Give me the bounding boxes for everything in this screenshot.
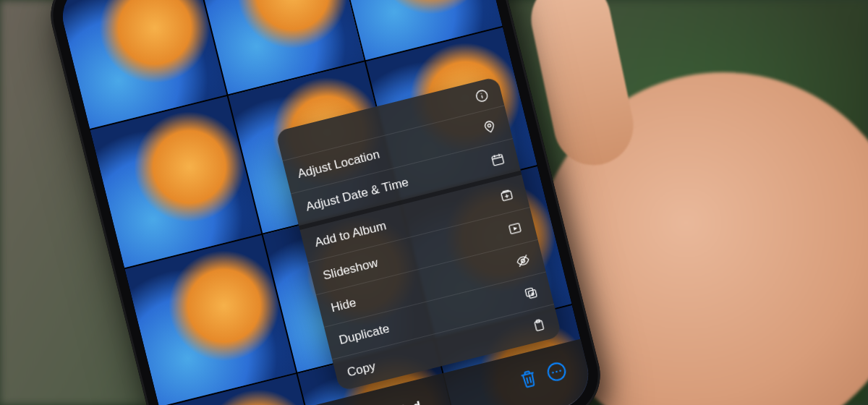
- svg-line-10: [505, 196, 509, 197]
- svg-line-5: [493, 156, 503, 158]
- svg-marker-12: [514, 226, 518, 230]
- svg-point-2: [480, 93, 482, 94]
- album-add-icon: [497, 186, 516, 205]
- clipboard-icon: [529, 315, 549, 335]
- trash-button[interactable]: [516, 367, 541, 390]
- calendar-icon: [488, 150, 508, 169]
- menu-item-label: Hide: [330, 295, 358, 315]
- eye-slash-icon: [514, 251, 533, 270]
- map-pin-icon: [480, 117, 499, 137]
- phone-screen: Adjust Location Adjust Date & Time: [56, 0, 596, 405]
- svg-point-26: [552, 372, 554, 374]
- svg-point-27: [556, 370, 558, 372]
- menu-item-label: Slideshow: [321, 255, 379, 283]
- menu-item-label: Copy: [346, 359, 377, 380]
- svg-point-28: [559, 370, 561, 372]
- svg-point-3: [488, 124, 491, 127]
- svg-line-1: [482, 95, 482, 98]
- play-rect-icon: [505, 218, 524, 238]
- svg-line-6: [494, 155, 495, 157]
- duplicate-icon: [522, 283, 541, 302]
- svg-rect-4: [492, 154, 504, 166]
- svg-line-7: [499, 153, 500, 155]
- svg-line-23: [527, 378, 528, 383]
- info-icon: [472, 86, 492, 106]
- more-button[interactable]: [544, 359, 570, 384]
- svg-line-24: [529, 377, 531, 383]
- menu-item-label: Duplicate: [338, 321, 391, 348]
